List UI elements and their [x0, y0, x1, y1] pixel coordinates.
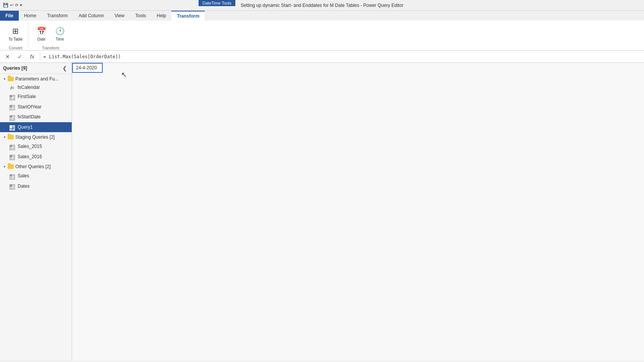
sales2016-icon	[9, 153, 15, 161]
params-group: ▼ Parameters and Fu... fx fxCalendar Fi	[0, 75, 72, 132]
firstsale-label: FirstSale	[18, 94, 36, 99]
time-label: Time	[56, 37, 64, 42]
quick-access-toolbar: 💾 ↩ ⟳ ▾	[0, 3, 25, 8]
sidebar-item-query1[interactable]: Query1	[0, 122, 72, 133]
sales-label: Sales	[18, 173, 29, 179]
dates-icon	[9, 183, 15, 190]
other-group-header[interactable]: ▼ Other Queries [2]	[0, 162, 72, 171]
query1-icon	[9, 124, 15, 131]
formula-input[interactable]: = List.Max(Sales[OrderDate])	[43, 54, 641, 59]
to-table-button[interactable]: ⊞ To Table	[6, 22, 25, 45]
transform-buttons: 📅 Date 🕐 Time	[33, 22, 68, 45]
tab-view[interactable]: View	[109, 11, 130, 21]
sidebar-item-dates[interactable]: Dates	[0, 181, 72, 192]
formula-cancel-button[interactable]: ✕	[3, 52, 12, 61]
ribbon-tab-bar: File Home Transform Add Column View Tool…	[0, 11, 644, 21]
tab-tools[interactable]: Tools	[130, 11, 151, 21]
formula-divider	[40, 53, 40, 61]
dates-label: Dates	[18, 183, 30, 189]
params-folder-icon	[8, 77, 14, 81]
to-table-label: To Table	[8, 37, 23, 42]
sales-icon	[9, 172, 15, 180]
sidebar-item-sales[interactable]: Sales	[0, 171, 72, 181]
tab-add-column[interactable]: Add Column	[73, 11, 109, 21]
save-icon[interactable]: 💾	[3, 3, 8, 8]
sales2016-label: Sales_2016	[18, 154, 42, 159]
other-folder-icon	[8, 164, 14, 169]
params-chevron: ▼	[3, 77, 6, 81]
dropdown-arrow[interactable]: ▾	[20, 3, 22, 8]
window-title: Setting up dynamic Start- and Enddates f…	[241, 3, 404, 8]
sidebar-item-fxcalendar[interactable]: fx fxCalendar	[0, 83, 72, 92]
tab-file[interactable]: File	[0, 11, 19, 21]
cursor: ↖	[121, 70, 127, 79]
staging-group-label: Staging Queries [2]	[15, 134, 55, 140]
sales2015-label: Sales_2015	[18, 144, 42, 149]
other-group-label: Other Queries [2]	[15, 164, 51, 169]
convert-group-label: Convert	[9, 46, 22, 50]
sidebar-item-startofyear[interactable]: StartOfYear	[0, 102, 72, 112]
table-item-icon	[9, 93, 15, 100]
other-group: ▼ Other Queries [2] Sales	[0, 162, 72, 191]
sidebar-item-sales2016[interactable]: Sales_2016	[0, 152, 72, 162]
staging-group: ▼ Staging Queries [2] Sales_2015	[0, 133, 72, 162]
query1-label: Query1	[18, 124, 33, 130]
date-label: Date	[38, 37, 46, 42]
staging-chevron: ▼	[3, 136, 6, 139]
staging-group-header[interactable]: ▼ Staging Queries [2]	[0, 133, 72, 141]
sidebar-title: Queries [9]	[3, 66, 27, 71]
undo-icon[interactable]: ↩	[10, 3, 13, 8]
fxstartdate-label: fxStartDate	[18, 114, 41, 120]
to-table-icon: ⊞	[10, 26, 21, 36]
date-button[interactable]: 📅 Date	[33, 22, 50, 45]
redo-icon[interactable]: ⟳	[15, 3, 18, 8]
formula-bar: ✕ ✓ fx = List.Max(Sales[OrderDate])	[0, 51, 644, 63]
ribbon-group-convert: ⊞ To Table Convert	[3, 22, 28, 49]
tab-help[interactable]: Help	[151, 11, 172, 21]
sidebar-collapse-button[interactable]: ❮	[61, 65, 69, 71]
result-value-cell[interactable]: 24-4-2020	[72, 63, 103, 73]
startofyear-label: StartOfYear	[18, 104, 41, 110]
sidebar-item-fxstartdate[interactable]: fxStartDate	[0, 112, 72, 122]
tab-transform[interactable]: Transform	[42, 11, 73, 21]
time-button[interactable]: 🕐 Time	[51, 22, 68, 45]
staging-folder-icon	[8, 135, 14, 139]
startofyear-icon	[9, 103, 15, 111]
other-chevron: ▼	[3, 165, 6, 169]
tab-home[interactable]: Home	[19, 11, 42, 21]
content-area: 24-4-2020 ↖	[72, 63, 644, 360]
fxcalendar-label: fxCalendar	[18, 85, 40, 90]
time-icon: 🕐	[54, 26, 65, 36]
datetime-tools-badge: DateTime Tools	[199, 0, 235, 6]
firstsale-table-icon	[10, 95, 15, 100]
fxstartdate-icon	[9, 113, 15, 121]
sidebar-item-sales2015[interactable]: Sales_2015	[0, 141, 72, 152]
fx-item-icon: fx	[9, 85, 15, 90]
transform-group-label: Transform	[42, 46, 59, 50]
convert-buttons: ⊞ To Table	[6, 22, 25, 45]
app-header: 💾 ↩ ⟳ ▾ DateTime Tools Setting up dynami…	[0, 0, 644, 11]
formula-confirm-button[interactable]: ✓	[15, 52, 25, 61]
tab-transform-context[interactable]: Transform	[171, 11, 205, 21]
params-group-label: Parameters and Fu...	[15, 76, 59, 82]
main-layout: Queries [9] ❮ ▼ Parameters and Fu... fx …	[0, 63, 644, 360]
ribbon-group-transform: 📅 Date 🕐 Time Transform	[30, 22, 71, 49]
date-icon: 📅	[36, 26, 47, 36]
sidebar: Queries [9] ❮ ▼ Parameters and Fu... fx …	[0, 63, 72, 360]
sidebar-header: Queries [9] ❮	[0, 63, 72, 74]
fx-icon: fx	[28, 54, 37, 60]
sidebar-item-firstsale[interactable]: FirstSale	[0, 92, 72, 102]
sales2015-icon	[9, 143, 15, 150]
params-group-header[interactable]: ▼ Parameters and Fu...	[0, 75, 72, 83]
ribbon-bar: ⊞ To Table Convert 📅 Date 🕐 Time Transfo…	[0, 21, 644, 51]
